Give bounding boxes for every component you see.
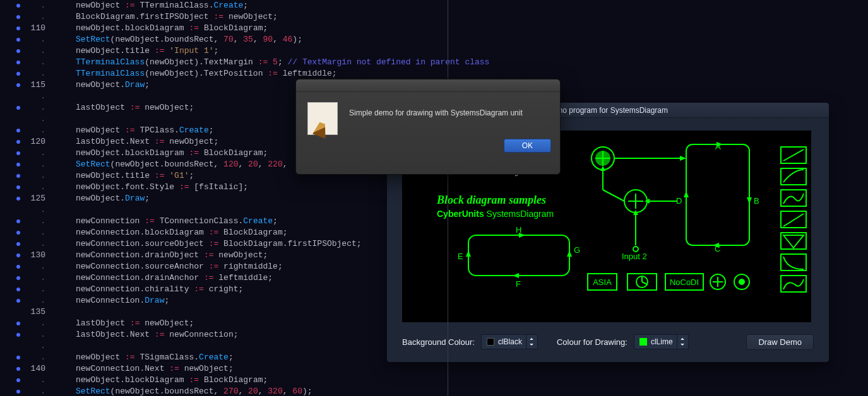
svg-point-40 [739,279,745,285]
svg-marker-26 [747,197,752,204]
svg-marker-13 [600,166,605,171]
bg-colour-value: clBlack [498,337,526,346]
label-D: D [676,196,682,206]
app-icon [307,102,338,135]
label-input2: Input 2 [622,252,647,261]
code-editor[interactable]: ..110....115....120....125....130....135… [0,0,448,396]
pi-icon [627,273,657,291]
info-dialog: Simple demo for drawing with SystemsDiag… [295,79,561,175]
label-C: C [715,244,720,253]
svg-marker-2 [513,273,519,278]
draw-colour-label: Colour for Drawing: [557,337,627,347]
sigma-circle-plus-icon [708,273,728,291]
box-asia: ASIA [587,273,617,291]
draw-demo-button[interactable]: Draw Demo [746,334,814,350]
chevron-down-icon[interactable] [677,335,688,349]
svg-marker-19 [680,156,686,161]
svg-point-16 [633,247,638,252]
editor-gutter: ..110....115....120....125....130....135… [0,0,49,396]
label-F: F [516,279,521,289]
svg-marker-4 [567,250,572,257]
box-nocodi: NoCoDI [665,273,704,291]
draw-colour-value: clLime [651,337,677,346]
svg-marker-25 [684,191,689,197]
background-colour-combo[interactable]: clBlack [481,334,538,349]
svg-rect-22 [686,144,749,245]
label-B: B [754,196,759,206]
svg-line-14 [603,190,624,201]
demo-window-title: demo program for SystemsDiagram [548,106,668,115]
chevron-down-icon[interactable] [526,335,537,349]
dialog-titlebar[interactable] [296,79,560,92]
label-H: H [516,225,521,235]
dialog-message: Simple demo for drawing with SystemsDiag… [349,102,549,135]
ok-button[interactable]: OK [504,139,551,153]
editor-code[interactable]: newObject := TTerminalClass.Create;Block… [49,0,489,396]
label-G: G [574,245,580,255]
svg-rect-28 [781,168,806,185]
draw-swatch [639,338,647,346]
label-A: A [715,142,721,151]
sigma-circle-dot-icon [732,273,752,291]
draw-colour-combo[interactable]: clLime [634,334,689,349]
editor-vertical-separator [448,0,448,396]
